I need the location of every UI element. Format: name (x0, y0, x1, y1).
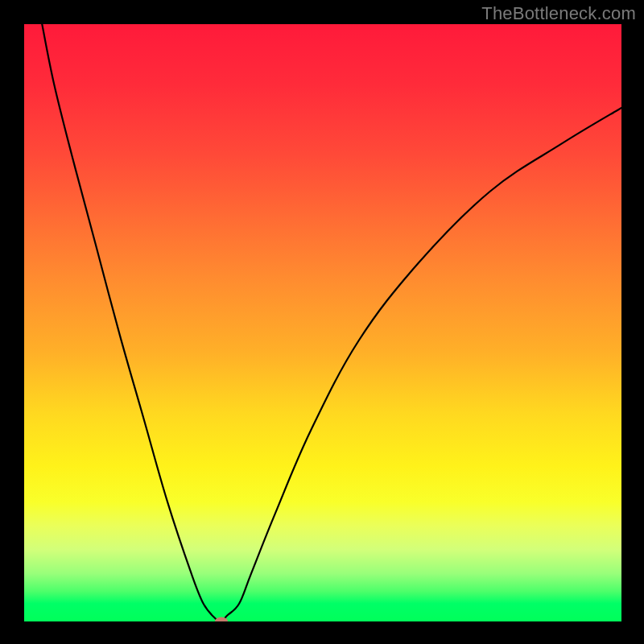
watermark-text: TheBottleneck.com (481, 3, 636, 24)
curve-svg (24, 24, 621, 621)
minimum-marker (215, 617, 228, 622)
bottleneck-curve (42, 24, 621, 621)
plot-area (24, 24, 621, 621)
chart-container: TheBottleneck.com (0, 0, 644, 644)
